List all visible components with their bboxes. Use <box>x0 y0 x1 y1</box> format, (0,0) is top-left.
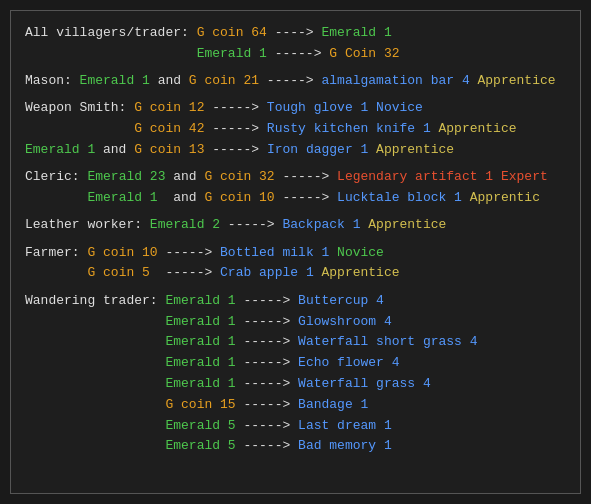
text-span: Tough <box>267 100 306 115</box>
text-line: Farmer: G coin 10 -----> Bottled milk 1 … <box>25 243 566 264</box>
text-line: Cleric: Emerald 23 and G coin 32 -----> … <box>25 167 566 188</box>
text-span: Emerald 1 <box>165 376 235 391</box>
text-span: Emerald 1 <box>80 73 150 88</box>
text-span: -----> <box>158 245 220 260</box>
text-span: G coin 5 <box>87 265 149 280</box>
text-line: Emerald 1 -----> G Coin 32 <box>25 44 566 65</box>
text-span <box>25 121 134 136</box>
text-span <box>25 355 165 370</box>
text-span: Bad memory 1 <box>298 438 392 453</box>
text-span: glove 1 Novice <box>306 100 423 115</box>
text-span: G coin 32 <box>204 169 274 184</box>
text-span: Emerald 1 <box>197 46 267 61</box>
text-span: -----> <box>275 169 337 184</box>
text-line: Emerald 1 -----> Waterfall grass 4 <box>25 374 566 395</box>
text-span: Cleric: <box>25 169 87 184</box>
text-span: almalgamation bar 4 <box>321 73 469 88</box>
text-span: Waterfall short grass 4 <box>298 334 477 349</box>
text-span: Weapon Smith: <box>25 100 134 115</box>
text-span: G coin 64 <box>197 25 267 40</box>
text-span: Novice <box>329 245 384 260</box>
text-span: -----> <box>204 100 266 115</box>
text-span: Emerald 5 <box>165 438 235 453</box>
text-span: Buttercup 4 <box>298 293 384 308</box>
text-span: G coin 10 <box>204 190 274 205</box>
text-line: Mason: Emerald 1 and G coin 21 -----> al… <box>25 71 566 92</box>
text-span <box>25 314 165 329</box>
text-span: -----> <box>204 121 266 136</box>
text-span: G coin 13 <box>134 142 204 157</box>
text-span: Emerald 1 <box>321 25 391 40</box>
text-span: G coin 15 <box>165 397 235 412</box>
text-span: Rusty kitchen knife 1 <box>267 121 431 136</box>
text-span: -----> <box>236 397 298 412</box>
text-span: -----> <box>236 334 298 349</box>
text-span <box>25 397 165 412</box>
text-span: Emerald 5 <box>165 418 235 433</box>
text-span <box>25 46 197 61</box>
text-line: Emerald 5 -----> Last dream 1 <box>25 416 566 437</box>
text-span: Emerald 1 <box>87 190 157 205</box>
text-span: Emerald 1 <box>165 334 235 349</box>
text-span: Emerald 1 <box>165 293 235 308</box>
text-span: -----> <box>267 46 329 61</box>
text-line: G coin 42 -----> Rusty kitchen knife 1 A… <box>25 119 566 140</box>
text-span <box>25 190 87 205</box>
text-line: Weapon Smith: G coin 12 -----> Tough glo… <box>25 98 566 119</box>
text-span: G coin 12 <box>134 100 204 115</box>
text-span: -----> <box>259 73 321 88</box>
text-span: -----> <box>236 293 298 308</box>
text-span: Last dream 1 <box>298 418 392 433</box>
text-span: Crab apple 1 <box>220 265 314 280</box>
text-span: Waterfall grass 4 <box>298 376 431 391</box>
text-span: Iron dagger 1 <box>267 142 368 157</box>
text-span: and <box>158 190 205 205</box>
text-span: Bottled milk 1 <box>220 245 329 260</box>
text-span: Leather worker: <box>25 217 150 232</box>
text-span: -----> <box>275 190 337 205</box>
text-span: All villagers/trader: <box>25 25 197 40</box>
text-span: -----> <box>236 355 298 370</box>
text-line: Emerald 1 and G coin 10 -----> Lucktale … <box>25 188 566 209</box>
text-span: Apprentice <box>431 121 517 136</box>
text-line: G coin 5 -----> Crab apple 1 Apprentice <box>25 263 566 284</box>
text-span: -----> <box>150 265 220 280</box>
text-span: Bandage 1 <box>298 397 368 412</box>
text-span: Mason: <box>25 73 80 88</box>
text-span <box>25 376 165 391</box>
text-span: Echo flower 4 <box>298 355 399 370</box>
text-span: -----> <box>236 376 298 391</box>
text-span: and <box>95 142 134 157</box>
text-line: Emerald 1 -----> Waterfall short grass 4 <box>25 332 566 353</box>
text-line: Wandering trader: Emerald 1 -----> Butte… <box>25 291 566 312</box>
text-span <box>25 265 87 280</box>
text-span: -----> <box>236 438 298 453</box>
text-line: Emerald 1 -----> Echo flower 4 <box>25 353 566 374</box>
text-span <box>25 418 165 433</box>
text-span: Apprentice <box>470 73 556 88</box>
text-span: Farmer: <box>25 245 87 260</box>
text-line: Emerald 5 -----> Bad memory 1 <box>25 436 566 457</box>
text-span: Wandering trader: <box>25 293 165 308</box>
text-span: -----> <box>220 217 282 232</box>
text-span <box>25 334 165 349</box>
text-span: Legendary artifact 1 <box>337 169 493 184</box>
text-span <box>25 438 165 453</box>
text-span: and <box>150 73 189 88</box>
text-line: Leather worker: Emerald 2 -----> Backpac… <box>25 215 566 236</box>
text-span: G coin 10 <box>87 245 157 260</box>
text-span: -----> <box>236 418 298 433</box>
text-span: Backpack 1 <box>282 217 360 232</box>
text-span: Emerald 1 <box>165 355 235 370</box>
text-line: All villagers/trader: G coin 64 ----> Em… <box>25 23 566 44</box>
text-span: Emerald 23 <box>87 169 165 184</box>
text-span: Apprentice <box>314 265 400 280</box>
text-span: Apprentic <box>462 190 540 205</box>
text-span: -----> <box>204 142 266 157</box>
text-span: Apprentice <box>368 142 454 157</box>
text-span: Emerald 1 <box>165 314 235 329</box>
text-span: -----> <box>236 314 298 329</box>
text-line: Emerald 1 -----> Glowshroom 4 <box>25 312 566 333</box>
text-span: and <box>165 169 204 184</box>
text-span: Glowshroom 4 <box>298 314 392 329</box>
